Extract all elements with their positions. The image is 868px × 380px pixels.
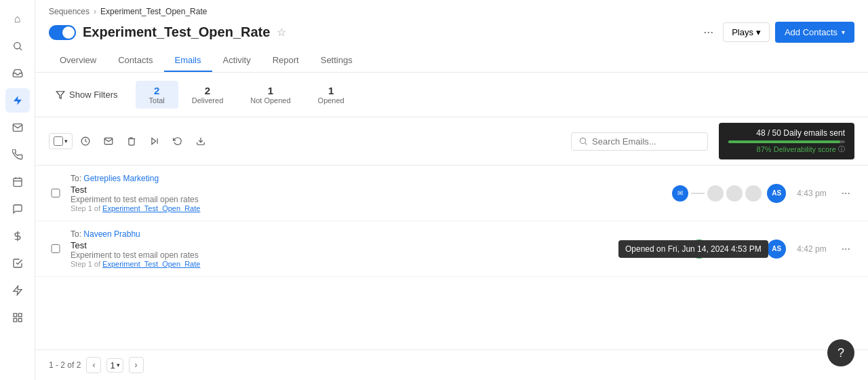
sidebar-item-chat[interactable] xyxy=(5,197,30,221)
show-filters-button[interactable]: Show Filters xyxy=(49,86,125,104)
pagination-prev-button[interactable]: ‹ xyxy=(86,357,101,373)
avatar-1: AS xyxy=(767,184,786,203)
stat-total[interactable]: 2 Total xyxy=(136,81,178,109)
email-row-2[interactable]: To: Naveen Prabhu Test Experiment to tes… xyxy=(35,221,868,277)
email-row-checkbox-2[interactable] xyxy=(49,244,62,253)
open-tooltip: Opened on Fri, Jun 14, 2024 4:53 PM xyxy=(618,240,768,258)
search-box xyxy=(571,132,708,151)
help-button[interactable]: ? xyxy=(827,339,854,366)
stat-delivered-label: Delivered xyxy=(192,96,223,104)
breadcrumb: Sequences › Experiment_Test_Open_Rate xyxy=(49,7,854,16)
email-more-button-1[interactable]: ··· xyxy=(837,186,854,201)
email-actions-1: ✉ AS 4:43 pm ··· xyxy=(672,184,854,203)
page-dropdown-icon[interactable]: ▾ xyxy=(117,362,120,368)
svg-point-18 xyxy=(580,138,585,143)
email-body-2: Experiment to test email open rates xyxy=(71,250,691,260)
svg-marker-13 xyxy=(56,91,64,98)
tab-overview[interactable]: Overview xyxy=(49,50,107,72)
pagination: 1 - 2 of 2 ‹ 1 ▾ › xyxy=(35,349,868,380)
email-row-checkbox-1[interactable] xyxy=(49,189,62,197)
more-options-button[interactable]: ··· xyxy=(699,22,717,42)
status-open-1 xyxy=(707,185,724,202)
email-more-button-2[interactable]: ··· xyxy=(837,242,854,256)
sidebar-item-home[interactable]: ⌂ xyxy=(5,7,30,31)
svg-line-19 xyxy=(585,143,587,145)
download-button[interactable] xyxy=(191,132,211,150)
refresh-button[interactable] xyxy=(167,132,188,150)
info-icon[interactable]: ⓘ xyxy=(838,145,845,154)
svg-rect-11 xyxy=(18,318,22,322)
email-time-2: 4:42 pm xyxy=(797,244,826,254)
plays-button[interactable]: Plays ▾ xyxy=(723,22,770,42)
daily-quota-fill xyxy=(728,140,840,143)
tab-settings[interactable]: Settings xyxy=(310,50,363,72)
email-actions-2: Opened on Fri, Jun 14, 2024 4:53 PM ✉ AS… xyxy=(691,240,854,259)
topbar: Sequences › Experiment_Test_Open_Rate Ex… xyxy=(35,0,868,73)
sidebar-item-calendar[interactable] xyxy=(5,170,30,194)
tab-emails[interactable]: Emails xyxy=(164,50,212,72)
breadcrumb-separator: › xyxy=(94,7,96,16)
avatar-2: AS xyxy=(767,240,786,259)
history-button[interactable] xyxy=(75,132,96,150)
email-to-link-1[interactable]: Getreplies Marketing xyxy=(83,174,159,183)
plays-label: Plays xyxy=(732,27,753,37)
email-step-link-2[interactable]: Experiment_Test_Open_Rate xyxy=(102,260,200,268)
pagination-info: 1 - 2 of 2 xyxy=(49,360,81,370)
stat-opened-label: Opened xyxy=(318,96,344,104)
sidebar-item-mail[interactable] xyxy=(5,115,30,140)
checkbox-dropdown-icon[interactable]: ▾ xyxy=(64,138,68,145)
sidebar-item-dollar[interactable] xyxy=(5,224,30,248)
current-page: 1 xyxy=(110,360,115,370)
sidebar-item-sequences[interactable] xyxy=(5,88,30,113)
daily-quota-bar xyxy=(728,140,845,143)
email-list: To: Getreplies Marketing Test Experiment… xyxy=(35,166,868,349)
email-content-2: To: Naveen Prabhu Test Experiment to tes… xyxy=(71,229,691,268)
sidebar-item-bolt[interactable] xyxy=(5,278,30,303)
sidebar-item-phone[interactable] xyxy=(5,142,30,167)
email-subject-2: Test xyxy=(71,240,691,250)
tab-contacts[interactable]: Contacts xyxy=(107,50,163,72)
email-step-link-1[interactable]: Experiment_Test_Open_Rate xyxy=(102,204,200,212)
stat-delivered[interactable]: 2 Delivered xyxy=(178,81,237,109)
sidebar-item-search[interactable] xyxy=(5,34,30,58)
select-all-checkbox[interactable]: ▾ xyxy=(49,133,73,149)
stat-opened[interactable]: 1 Opened xyxy=(304,81,358,109)
favorite-icon[interactable]: ☆ xyxy=(277,26,286,39)
svg-rect-9 xyxy=(14,314,17,317)
stat-not-opened[interactable]: 1 Not Opened xyxy=(237,81,304,109)
email-button[interactable] xyxy=(98,132,119,150)
connector-1 xyxy=(691,193,705,194)
sidebar-item-tasks[interactable] xyxy=(5,251,30,276)
search-input[interactable] xyxy=(592,136,701,147)
email-status-icons-1: ✉ xyxy=(672,185,762,202)
breadcrumb-sequences[interactable]: Sequences xyxy=(49,7,90,16)
status-reply-1 xyxy=(745,185,762,202)
tab-report[interactable]: Report xyxy=(262,50,310,72)
stat-delivered-num: 2 xyxy=(192,85,223,96)
breadcrumb-current: Experiment_Test_Open_Rate xyxy=(100,7,207,16)
add-contacts-button[interactable]: Add Contacts ▾ xyxy=(775,22,854,43)
skip-button[interactable] xyxy=(144,132,165,150)
page-select[interactable]: 1 ▾ xyxy=(106,358,123,373)
email-step-2: Step 1 of Experiment_Test_Open_Rate xyxy=(71,260,691,268)
svg-rect-10 xyxy=(18,314,22,317)
checkbox-input[interactable] xyxy=(54,136,63,146)
email-content-1: To: Getreplies Marketing Test Experiment… xyxy=(71,174,672,212)
stat-not-opened-label: Not Opened xyxy=(250,96,290,104)
svg-point-0 xyxy=(14,43,20,49)
svg-marker-2 xyxy=(14,96,22,104)
email-step-1: Step 1 of Experiment_Test_Open_Rate xyxy=(71,204,672,212)
pagination-next-button[interactable]: › xyxy=(129,357,144,373)
email-to-2: To: Naveen Prabhu xyxy=(71,229,691,239)
tab-activity[interactable]: Activity xyxy=(212,50,262,72)
sidebar-item-grid[interactable] xyxy=(5,305,30,330)
sidebar: ⌂ xyxy=(0,0,35,380)
filter-icon xyxy=(56,90,65,100)
sequence-toggle[interactable] xyxy=(49,25,76,40)
email-to-1: To: Getreplies Marketing xyxy=(71,174,672,183)
email-row[interactable]: To: Getreplies Marketing Test Experiment… xyxy=(35,166,868,221)
email-to-link-2[interactable]: Naveen Prabhu xyxy=(83,229,140,239)
delete-button[interactable] xyxy=(121,132,142,150)
deliverability-score: 87% Deliverability score ⓘ xyxy=(757,145,845,154)
sidebar-item-inbox[interactable] xyxy=(5,61,30,86)
